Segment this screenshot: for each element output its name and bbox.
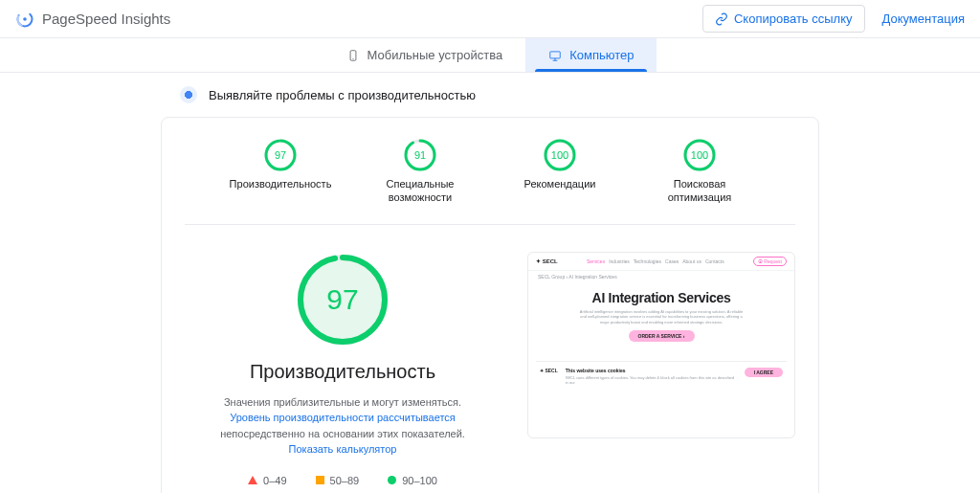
score-legend: 0–49 50–89 90–100 — [248, 475, 437, 486]
tab-desktop[interactable]: Компьютер — [525, 38, 657, 72]
pulse-icon — [180, 86, 197, 103]
product-name: PageSpeed Insights — [42, 11, 170, 27]
copy-link-button[interactable]: Скопировать ссылку — [702, 5, 865, 33]
calc-link-1[interactable]: Уровень производительности рассчитываетс… — [230, 412, 456, 423]
score-gauge-3[interactable]: 100 Поисковая оптимизация — [652, 139, 747, 205]
performance-title: Производительность — [250, 361, 435, 383]
performance-score-value: 97 — [295, 252, 390, 347]
score-gauge-0[interactable]: 97 Производительность — [233, 139, 328, 205]
tab-mobile[interactable]: Мобильные устройства — [323, 38, 526, 72]
calc-link-2[interactable]: Показать калькулятор — [289, 443, 397, 455]
subheader-text: Выявляйте проблемы с производительностью — [209, 88, 476, 102]
score-gauge-1[interactable]: 91 Специальные возможности — [372, 139, 468, 205]
mobile-icon — [346, 49, 360, 62]
page-preview: ✦ SECL ServicesIndustriesTechnologiesCas… — [527, 252, 795, 438]
performance-main-gauge: 97 — [295, 252, 390, 347]
square-icon — [316, 476, 324, 484]
header-brand: PageSpeed Insights — [15, 10, 170, 29]
link-icon — [715, 12, 728, 26]
svg-point-2 — [23, 17, 27, 21]
triangle-icon — [248, 476, 257, 484]
docs-link[interactable]: Документация — [882, 11, 966, 26]
report-card: 97 Производительность 91 Специальные воз… — [161, 117, 819, 493]
circle-icon — [388, 476, 396, 484]
pagespeed-logo-icon — [15, 10, 34, 29]
desktop-icon — [548, 49, 562, 62]
score-gauge-2[interactable]: 100 Рекомендации — [512, 139, 608, 205]
svg-point-4 — [352, 57, 353, 58]
copy-link-label: Скопировать ссылку — [734, 11, 853, 26]
svg-rect-5 — [550, 51, 561, 57]
tab-desktop-label: Компьютер — [569, 48, 634, 62]
tab-mobile-label: Мобильные устройства — [368, 48, 503, 62]
performance-caption: Значения приблизительные и могут изменят… — [185, 394, 501, 458]
